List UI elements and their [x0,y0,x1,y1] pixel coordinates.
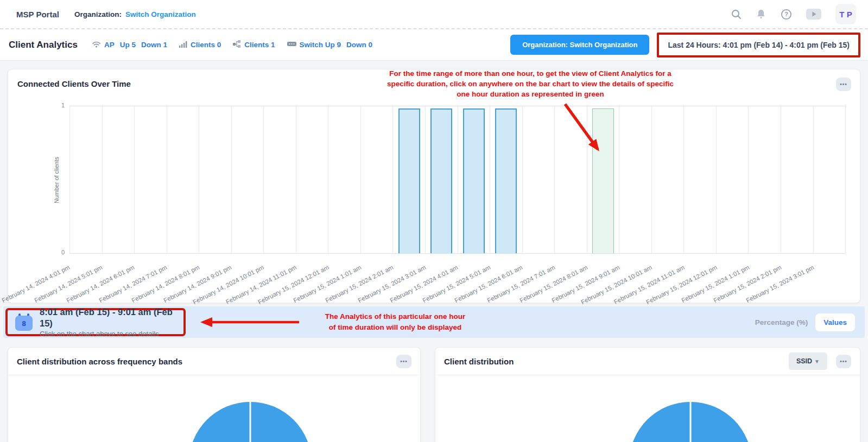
client-count-bar[interactable] [495,108,517,253]
selection-annotation: The Analytics of this particular one hou… [303,311,487,332]
values-toggle[interactable]: Values [815,313,855,331]
organization-label: Organization: [74,10,122,18]
selected-range: 8:01 am (Feb 15) - 9:01 am (Feb 15) [40,306,178,329]
chart-slot[interactable] [263,106,296,253]
chart-slot[interactable] [392,106,425,253]
chart-annotation: For the time range of more than one hour… [340,68,720,99]
chart-slot[interactable] [102,106,135,253]
stat-down: Down 0 [346,41,372,49]
switch-icon [287,41,296,49]
selected-hour-bar[interactable] [592,108,614,253]
time-range-selector[interactable]: Last 24 Hours: 4:01 pm (Feb 14) - 4:01 p… [657,33,860,57]
stat-up: Up 5 [120,41,136,49]
chart-slot[interactable] [813,106,846,253]
ellipsis-icon[interactable]: ••• [836,78,851,91]
stat-label: AP [104,41,115,49]
chart-slot[interactable] [651,106,684,253]
video-tutorial-icon[interactable] [806,9,821,20]
chart-slot[interactable] [716,106,749,253]
bar-chart-plot[interactable] [69,106,846,254]
chart-slot[interactable] [231,106,264,253]
y-axis-label: Number of clients [53,157,60,203]
card-header: Client distribution across frequency ban… [8,348,420,375]
frequency-bands-title: Client distribution across frequency ban… [17,357,182,366]
chart-slot[interactable] [360,106,393,253]
calendar-day: 8 [15,316,33,331]
frequency-bands-pie-area [8,375,420,442]
client-count-bar[interactable] [398,108,420,253]
selection-bar: 8 8:01 am (Feb 15) - 9:01 am (Feb 15) Cl… [3,306,865,338]
help-icon[interactable]: ? [781,9,792,20]
display-mode-toggle: Percentage (%) Values [755,306,855,338]
page-title: Client Analytics [9,40,78,50]
bell-icon[interactable] [756,9,766,20]
topology-icon [233,40,241,50]
toolbar-right: Organization: Switch Organization Last 2… [510,33,860,57]
analytics-toolbar: Client Analytics AP Up 5 Down 1 Clients … [0,29,868,61]
stat-wireless-clients: Clients 0 [179,41,221,49]
main-content: Connected Clients Over Time ••• For the … [0,69,868,442]
y-tick-top: 1 [50,102,65,108]
stat-wired-clients: Clients 1 [233,40,275,50]
organization-button[interactable]: Organization: Switch Organization [510,35,649,55]
chart-slot[interactable] [69,106,102,253]
chart-slot[interactable] [425,106,458,253]
client-count-bar[interactable] [430,108,452,253]
client-count-bar[interactable] [463,108,485,253]
y-tick-bottom: 0 [50,249,65,255]
svg-text:?: ? [784,11,788,17]
ellipsis-icon[interactable]: ••• [396,355,411,368]
chart-slot[interactable] [619,106,651,253]
user-avatar[interactable]: T P [835,4,856,24]
device-stats: AP Up 5 Down 1 Clients 0 Clients 1 Switc… [92,40,372,50]
connected-clients-card: Connected Clients Over Time ••• For the … [8,69,860,303]
frequency-bands-pie-chart[interactable] [189,402,312,442]
x-axis-labels: February 14, 2024 4:01 pmFebruary 14, 20… [69,258,846,302]
card-header: Client distribution SSID▼ ••• [435,348,860,375]
chart-slot[interactable] [522,106,555,253]
chart-slot[interactable] [167,106,199,253]
ssid-dropdown[interactable]: SSID▼ [789,353,827,370]
stat-label: Clients 0 [191,41,221,49]
chart-slot[interactable] [458,106,490,253]
client-distribution-title: Client distribution [444,357,514,366]
header-actions: ? T P [731,4,856,24]
chart-slot[interactable] [328,106,360,253]
calendar-icon: 8 [15,313,33,331]
chart-slot[interactable] [199,106,231,253]
client-distribution-pie-chart[interactable] [629,402,752,442]
bottom-cards-row: Client distribution across frequency ban… [8,347,860,442]
chart-slot[interactable] [134,106,167,253]
signal-bars-icon [179,41,187,49]
chart-slot[interactable] [296,106,328,253]
range-hint: Click on the chart above to see details [40,330,178,338]
y-axis-label-wrap: Number of clients [53,106,60,254]
stat-switch: Switch Up 9 Down 0 [287,41,373,49]
stat-label: Clients 1 [244,41,275,49]
organization-link[interactable]: Switch Organization [125,10,196,18]
frequency-bands-card: Client distribution across frequency ban… [8,347,421,442]
ellipsis-icon[interactable]: ••• [836,355,851,368]
chart-slot[interactable] [587,106,619,253]
range-text: 8:01 am (Feb 15) - 9:01 am (Feb 15) Clic… [40,306,178,338]
chevron-down-icon: ▼ [814,358,820,364]
search-icon[interactable] [731,9,742,20]
client-distribution-pie-area [435,375,860,442]
top-header: MSP Portal Organization: Switch Organiza… [0,0,868,29]
chart-slot[interactable] [683,106,716,253]
chart-slot[interactable] [748,106,781,253]
chart-slot[interactable] [490,106,522,253]
brand-title[interactable]: MSP Portal [16,10,59,19]
stat-label: Switch Up 9 [300,41,341,49]
client-distribution-card: Client distribution SSID▼ ••• [435,347,860,442]
chart-card-title: Connected Clients Over Time [17,79,131,88]
chart-slot[interactable] [554,106,587,253]
wifi-icon [92,40,101,49]
stat-down: Down 1 [141,41,167,49]
selection-arrow-icon [188,314,305,330]
stat-ap: AP Up 5 Down 1 [92,40,167,49]
percentage-toggle[interactable]: Percentage (%) [755,318,808,326]
selected-range-box[interactable]: 8 8:01 am (Feb 15) - 9:01 am (Feb 15) Cl… [5,308,186,336]
chart-slot[interactable] [781,106,813,253]
